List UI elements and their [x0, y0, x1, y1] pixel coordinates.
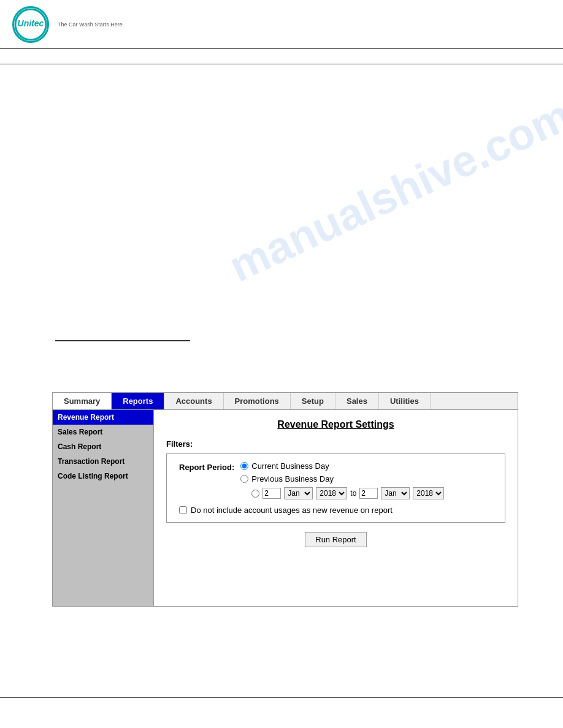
radio-current-label: Current Business Day	[251, 461, 329, 471]
date-to-day[interactable]	[359, 488, 378, 499]
filters-box: Report Period: Current Business Day Prev…	[166, 453, 505, 523]
sidebar: Revenue Report Sales Report Cash Report …	[53, 410, 154, 606]
main-panel: Revenue Report Settings Filters: Report …	[154, 410, 518, 606]
sidebar-item-sales-report[interactable]: Sales Report	[53, 425, 153, 439]
to-label: to	[350, 489, 356, 498]
date-to-month[interactable]: JanFebMarApr MayJunJulAug SepOctNovDec	[381, 487, 410, 499]
logo-tagline: The Car Wash Starts Here	[58, 21, 123, 28]
radio-previous-business-day-row: Previous Business Day	[240, 474, 444, 483]
second-divider	[0, 49, 563, 64]
app-body: Revenue Report Sales Report Cash Report …	[53, 410, 518, 606]
checkbox-label: Do not include account usages as new rev…	[191, 506, 393, 515]
date-from-year[interactable]: 201820172019	[316, 487, 347, 499]
radio-options: Current Business Day Previous Business D…	[240, 461, 444, 499]
radio-current-business-day-row: Current Business Day	[240, 461, 444, 471]
nav-tabs: Summary Reports Accounts Promotions Setu…	[53, 393, 518, 410]
run-report-button[interactable]: Run Report	[305, 532, 366, 547]
checkbox-row: Do not include account usages as new rev…	[179, 506, 492, 515]
date-from-month[interactable]: JanFebMarApr MayJunJulAug SepOctNovDec	[284, 487, 313, 499]
panel-title: Revenue Report Settings	[166, 419, 505, 430]
watermark: manualshive.com	[221, 89, 563, 292]
radio-previous-business-day[interactable]	[240, 475, 248, 483]
app-container: Summary Reports Accounts Promotions Setu…	[52, 392, 518, 607]
date-from-day[interactable]	[262, 488, 281, 499]
tab-setup[interactable]: Setup	[291, 393, 335, 409]
date-range-row: JanFebMarApr MayJunJulAug SepOctNovDec 2…	[251, 487, 444, 499]
logo-circle: Unitec	[12, 6, 49, 43]
footer	[0, 697, 563, 716]
tab-reports[interactable]: Reports	[112, 393, 164, 409]
exclude-account-usages-checkbox[interactable]	[179, 506, 187, 514]
underline-decoration	[55, 340, 190, 341]
tab-summary[interactable]: Summary	[53, 393, 112, 409]
svg-text:Unitec: Unitec	[18, 18, 44, 28]
radio-current-business-day[interactable]	[240, 462, 248, 470]
tab-accounts[interactable]: Accounts	[164, 393, 223, 409]
date-to-year[interactable]: 201820172019	[413, 487, 444, 499]
sidebar-item-cash-report[interactable]: Cash Report	[53, 439, 153, 454]
filters-label: Filters:	[166, 439, 505, 449]
radio-custom-date[interactable]	[251, 490, 259, 498]
header: Unitec The Car Wash Starts Here	[0, 0, 563, 49]
sidebar-item-revenue-report[interactable]: Revenue Report	[53, 410, 153, 425]
sidebar-item-transaction-report[interactable]: Transaction Report	[53, 454, 153, 469]
sidebar-item-code-listing-report[interactable]: Code Listing Report	[53, 469, 153, 483]
tab-utilities[interactable]: Utilities	[379, 393, 431, 409]
tab-promotions[interactable]: Promotions	[224, 393, 291, 409]
logo-container: Unitec The Car Wash Starts Here	[12, 6, 123, 43]
report-period-row: Report Period: Current Business Day Prev…	[179, 461, 492, 499]
report-period-label: Report Period:	[179, 461, 234, 472]
radio-previous-label: Previous Business Day	[251, 474, 334, 483]
tab-sales[interactable]: Sales	[335, 393, 379, 409]
